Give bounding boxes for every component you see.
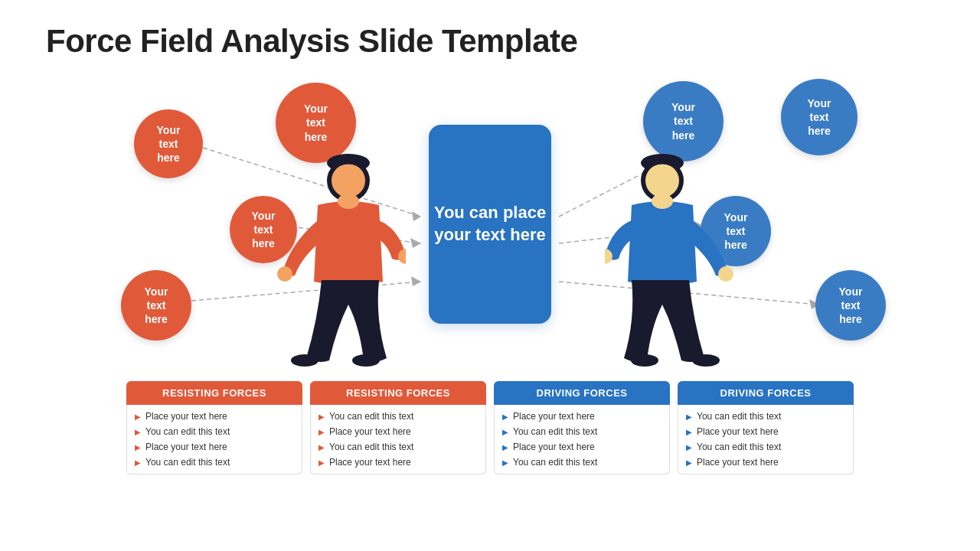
bottom-section: RESISTING FORCES ▶ Place your text here … xyxy=(46,381,934,474)
slide-title: Force Field Analysis Slide Template xyxy=(46,23,934,60)
left-bubble-1[interactable]: Yourtexthere xyxy=(134,109,203,178)
force-card-1: RESISTING FORCES ▶ Place your text here … xyxy=(126,381,302,474)
list-item[interactable]: ▶ You can edit this text xyxy=(686,411,845,422)
bullet-arrow-icon: ▶ xyxy=(502,428,508,436)
list-item[interactable]: ▶ Place your text here xyxy=(135,411,294,422)
bullet-arrow-icon: ▶ xyxy=(318,412,325,421)
bullet-arrow-icon: ▶ xyxy=(318,458,325,467)
svg-point-24 xyxy=(692,354,720,367)
list-item[interactable]: ▶ Place your text here xyxy=(502,442,662,452)
list-item[interactable]: ▶ You can edit this text xyxy=(135,426,294,437)
bullet-arrow-icon: ▶ xyxy=(135,412,141,421)
force-card-2: RESISTING FORCES ▶ You can edit this tex… xyxy=(310,381,486,474)
right-bubble-4[interactable]: Yourtexthere xyxy=(815,270,886,341)
force-card-3: DRIVING FORCES ▶ Place your text here ▶ … xyxy=(494,381,670,474)
right-bubble-1[interactable]: Yourtexthere xyxy=(643,81,724,161)
force-card-4-header: DRIVING FORCES xyxy=(678,381,854,405)
list-item[interactable]: ▶ You can edit this text xyxy=(686,442,845,452)
bullet-arrow-icon: ▶ xyxy=(318,443,325,452)
list-item[interactable]: ▶ You can edit this text xyxy=(502,426,662,437)
svg-point-17 xyxy=(352,354,380,367)
list-item[interactable]: ▶ Place your text here xyxy=(318,426,478,437)
svg-marker-3 xyxy=(410,238,421,248)
list-item[interactable]: ▶ Place your text here xyxy=(318,457,478,468)
center-text-box[interactable]: You can place your text here xyxy=(429,125,551,324)
force-card-1-body: ▶ Place your text here ▶ You can edit th… xyxy=(126,405,302,474)
svg-point-22 xyxy=(718,266,733,282)
list-item[interactable]: ▶ Place your text here xyxy=(686,426,845,437)
force-card-3-body: ▶ Place your text here ▶ You can edit th… xyxy=(494,405,670,474)
list-item[interactable]: ▶ You can edit this text xyxy=(502,457,662,468)
list-item[interactable]: ▶ Place your text here xyxy=(502,411,662,422)
force-card-4-body: ▶ You can edit this text ▶ Place your te… xyxy=(678,405,854,474)
right-bubble-2[interactable]: Yourtexthere xyxy=(781,79,858,155)
bullet-arrow-icon: ▶ xyxy=(686,458,692,467)
bullet-arrow-icon: ▶ xyxy=(686,412,692,421)
diagram-area: You can place your text here Yourtexther… xyxy=(46,75,934,373)
bullet-arrow-icon: ▶ xyxy=(502,412,508,421)
force-card-3-header: DRIVING FORCES xyxy=(494,381,670,405)
left-figure xyxy=(276,152,406,377)
list-item[interactable]: ▶ You can edit this text xyxy=(318,442,478,452)
bullet-arrow-icon: ▶ xyxy=(135,428,141,436)
bullet-arrow-icon: ▶ xyxy=(502,443,508,452)
svg-point-25 xyxy=(631,354,658,367)
bullet-arrow-icon: ▶ xyxy=(686,443,692,452)
list-item[interactable]: ▶ Place your text here xyxy=(686,457,845,468)
force-card-1-header: RESISTING FORCES xyxy=(126,381,302,405)
bullet-arrow-icon: ▶ xyxy=(502,458,508,467)
bullet-arrow-icon: ▶ xyxy=(135,458,141,467)
slide: Force Field Analysis Slide Template xyxy=(0,0,980,551)
list-item[interactable]: ▶ Place your text here xyxy=(135,442,294,452)
bullet-arrow-icon: ▶ xyxy=(135,443,141,452)
svg-point-19 xyxy=(332,164,365,197)
force-card-2-body: ▶ You can edit this text ▶ Place your te… xyxy=(310,405,486,474)
bullet-arrow-icon: ▶ xyxy=(318,428,325,436)
left-bubble-4[interactable]: Yourtexthere xyxy=(121,270,191,341)
svg-marker-5 xyxy=(411,276,421,286)
svg-point-16 xyxy=(291,354,318,367)
force-card-4: DRIVING FORCES ▶ You can edit this text … xyxy=(678,381,854,474)
bullet-arrow-icon: ▶ xyxy=(686,428,692,436)
list-item[interactable]: ▶ You can edit this text xyxy=(318,411,478,422)
svg-point-27 xyxy=(645,164,679,197)
force-card-2-header: RESISTING FORCES xyxy=(310,381,486,405)
list-item[interactable]: ▶ You can edit this text xyxy=(135,457,294,468)
svg-point-14 xyxy=(277,266,292,282)
right-figure xyxy=(605,152,735,377)
svg-marker-1 xyxy=(412,211,421,221)
